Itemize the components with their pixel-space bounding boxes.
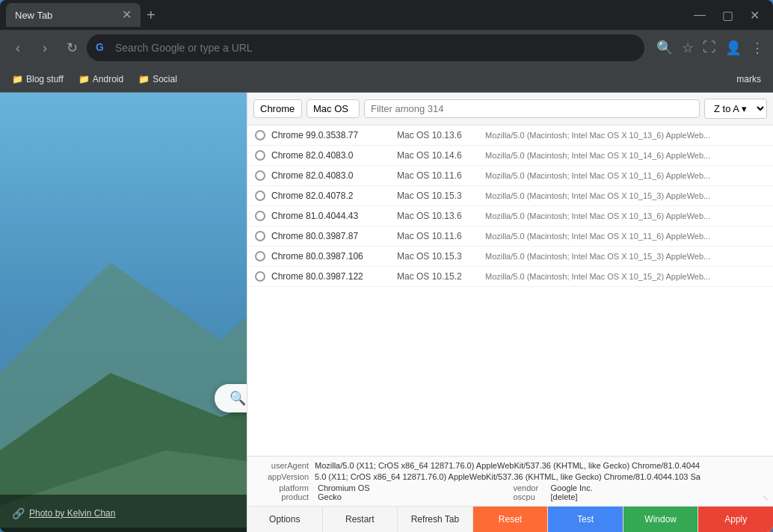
bookmark-social[interactable]: 📁 Social — [132, 71, 183, 87]
browser-dropdown[interactable]: Chrome Firefox Safari — [253, 99, 302, 118]
ua-os: Mac OS 10.15.3 — [397, 191, 479, 201]
tab-title: New Tab — [15, 10, 116, 21]
ua-name: Chrome 99.0.3538.77 — [271, 130, 391, 140]
ua-panel: Chrome Firefox Safari Mac OS Windows Lin… — [247, 93, 773, 532]
window-button[interactable]: Window — [623, 507, 699, 532]
bookmarks-bar: 📁 Blog stuff 📁 Android 📁 Social marks — [0, 66, 773, 93]
product-item: product Gecko — [255, 492, 508, 501]
sort-dropdown[interactable]: Z to A ▾ A to Z ▸ — [704, 99, 767, 119]
address-input[interactable] — [115, 42, 635, 54]
resize-handle[interactable]: ⤡ — [763, 494, 769, 502]
active-tab[interactable]: New Tab ✕ — [6, 3, 141, 27]
ua-list-row[interactable]: Chrome 81.0.4044.43 Mac OS 10.13.6 Mozil… — [247, 206, 773, 226]
info-grid: platform Chromium OS vendor Google Inc. — [255, 483, 766, 492]
panel-header: Chrome Firefox Safari Mac OS Windows Lin… — [247, 93, 773, 126]
tabs-bar: New Tab ✕ + — [6, 3, 683, 27]
folder-icon: 📁 — [138, 74, 150, 84]
product-value: Gecko — [318, 492, 508, 501]
ua-radio[interactable] — [255, 271, 265, 282]
reload-button[interactable]: ↻ — [60, 36, 84, 60]
link-icon: 🔗 — [12, 507, 25, 519]
bookmark-blog-stuff[interactable]: 📁 Blog stuff — [6, 71, 70, 87]
ua-list-row[interactable]: Chrome 80.0.3987.87 Mac OS 10.11.6 Mozil… — [247, 226, 773, 247]
ua-list: Chrome 99.0.3538.77 Mac OS 10.13.6 Mozil… — [247, 126, 773, 456]
refresh-tab-button[interactable]: Refresh Tab — [398, 507, 473, 532]
ua-radio[interactable] — [255, 251, 265, 262]
ua-string: Mozilla/5.0 (Macintosh; Intel Mac OS X 1… — [485, 252, 710, 261]
ua-radio[interactable] — [255, 130, 265, 140]
app-version-label: appVersion — [255, 472, 315, 481]
ua-name: Chrome 82.0.4083.0 — [271, 170, 391, 181]
vendor-value: Google Inc. — [551, 483, 766, 492]
ua-os: Mac OS 10.15.2 — [397, 271, 479, 282]
bookmark-label: Social — [153, 74, 177, 84]
search-icon: 🔍 — [230, 390, 246, 406]
ua-list-row[interactable]: Chrome 80.0.3987.106 Mac OS 10.15.3 Mozi… — [247, 247, 773, 267]
ua-os: Mac OS 10.13.6 — [397, 211, 479, 221]
reset-button[interactable]: Reset — [473, 507, 549, 532]
ua-radio[interactable] — [255, 191, 265, 201]
platform-label: platform — [255, 483, 315, 492]
ua-radio[interactable] — [255, 231, 265, 241]
ua-os: Mac OS 10.13.6 — [397, 130, 479, 140]
ua-name: Chrome 80.0.3987.87 — [271, 231, 391, 241]
test-button[interactable]: Test — [548, 507, 623, 532]
os-dropdown[interactable]: Mac OS Windows Linux — [307, 99, 360, 118]
photo-credit[interactable]: Photo by Kelvin Chan — [29, 508, 115, 519]
folder-icon: 📁 — [12, 74, 23, 84]
platform-value: Chromium OS — [318, 483, 508, 492]
ua-list-row[interactable]: Chrome 82.0.4078.2 Mac OS 10.15.3 Mozill… — [247, 186, 773, 206]
ua-list-row[interactable]: Chrome 82.0.4083.0 Mac OS 10.14.6 Mozill… — [247, 146, 773, 166]
apply-button[interactable]: Apply — [698, 507, 773, 532]
ua-name: Chrome 80.0.3987.122 — [271, 271, 391, 282]
google-logo: G — [96, 41, 109, 55]
ua-os: Mac OS 10.15.3 — [397, 251, 479, 262]
more-bookmarks[interactable]: marks — [730, 71, 767, 87]
browser-window: New Tab ✕ + — ▢ ✕ ‹ › ↻ G 🔍 ☆ ⛶ 👤 ⋮ 📁 — [0, 0, 773, 532]
back-button[interactable]: ‹ — [6, 36, 30, 60]
ua-radio[interactable] — [255, 150, 265, 161]
minimize-button[interactable]: — — [686, 5, 713, 25]
ua-os: Mac OS 10.14.6 — [397, 150, 479, 161]
forward-button[interactable]: › — [33, 36, 57, 60]
bookmark-android[interactable]: 📁 Android — [73, 71, 129, 87]
product-label: product — [255, 492, 315, 501]
address-bar[interactable]: G — [87, 34, 644, 61]
ua-os: Mac OS 10.11.6 — [397, 231, 479, 241]
profile-icon[interactable]: 👤 — [722, 37, 745, 59]
window-actions: — ▢ ✕ — [686, 5, 767, 25]
ua-list-row[interactable]: Chrome 82.0.4083.0 Mac OS 10.11.6 Mozill… — [247, 166, 773, 186]
restart-button[interactable]: Restart — [323, 507, 398, 532]
options-button[interactable]: Options — [247, 507, 323, 532]
action-bar: Options Restart Refresh Tab Reset Test W… — [247, 506, 773, 532]
close-window-button[interactable]: ✕ — [742, 5, 767, 25]
ua-name: Chrome 82.0.4078.2 — [271, 191, 391, 201]
ua-string: Mozilla/5.0 (Macintosh; Intel Mac OS X 1… — [485, 211, 710, 220]
maximize-button[interactable]: ▢ — [715, 5, 741, 25]
ua-list-row[interactable]: Chrome 80.0.3987.122 Mac OS 10.15.2 Mozi… — [247, 267, 773, 287]
menu-icon[interactable]: ⋮ — [748, 37, 767, 59]
ua-os: Mac OS 10.11.6 — [397, 170, 479, 181]
ua-string: Mozilla/5.0 (Macintosh; Intel Mac OS X 1… — [485, 232, 710, 241]
ua-name: Chrome 82.0.4083.0 — [271, 150, 391, 161]
user-agent-label: userAgent — [255, 461, 315, 470]
ua-name: Chrome 80.0.3987.106 — [271, 251, 391, 262]
app-version-value: 5.0 (X11; CrOS x86_64 12871.76.0) AppleW… — [315, 472, 766, 481]
os-dropdown-wrapper: Mac OS Windows Linux — [307, 99, 360, 118]
bookmark-icon[interactable]: ☆ — [679, 37, 697, 59]
title-bar: New Tab ✕ + — ▢ ✕ — [0, 0, 773, 30]
ua-name: Chrome 81.0.4044.43 — [271, 211, 391, 221]
info-section: userAgent Mozilla/5.0 (X11; CrOS x86_64 … — [247, 456, 773, 506]
new-tab-button[interactable]: + — [141, 7, 161, 24]
oscpu-label: oscpu — [514, 492, 548, 501]
search-icon[interactable]: 🔍 — [653, 37, 676, 59]
platform-item: platform Chromium OS — [255, 483, 508, 492]
bookmark-label: Android — [93, 74, 123, 84]
oscpu-value: [delete] — [551, 492, 766, 501]
ua-radio[interactable] — [255, 211, 265, 221]
fullscreen-icon[interactable]: ⛶ — [700, 37, 719, 59]
ua-list-row[interactable]: Chrome 99.0.3538.77 Mac OS 10.13.6 Mozil… — [247, 126, 773, 146]
ua-radio[interactable] — [255, 170, 265, 181]
tab-close-button[interactable]: ✕ — [122, 9, 132, 21]
filter-input[interactable] — [364, 99, 700, 118]
